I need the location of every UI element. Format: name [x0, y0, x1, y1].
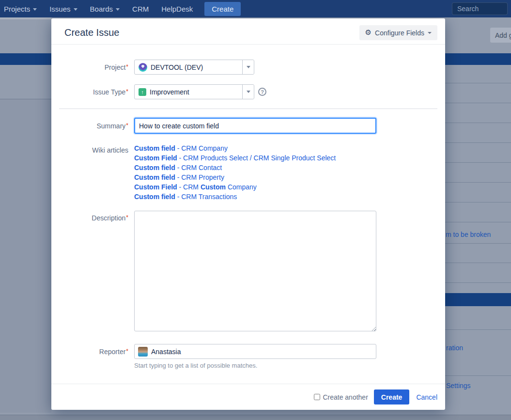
- table-row-line: [445, 103, 511, 103]
- chevron-down-icon: [247, 66, 250, 68]
- dialog-footer: Create another Create Cancel: [51, 384, 445, 410]
- create-another-checkbox[interactable]: [314, 394, 320, 400]
- page-top-strip: [0, 17, 51, 19]
- configure-fields-button[interactable]: ⚙ Configure Fields: [359, 25, 437, 40]
- chevron-down-icon: [428, 32, 432, 34]
- wiki-link-text: - CRM Property: [175, 173, 224, 181]
- reporter-input[interactable]: [151, 348, 372, 356]
- reporter-hint: Start typing to get a list of possible m…: [134, 362, 257, 369]
- background-partial-link[interactable]: ration: [446, 344, 463, 352]
- table-row-line: [445, 282, 511, 283]
- nav-item-issues[interactable]: Issues: [49, 5, 77, 13]
- project-label: Project: [58, 63, 128, 71]
- wiki-link-text: - CRM Transactions: [175, 193, 237, 201]
- nav-item-label: HelpDesk: [161, 5, 193, 13]
- help-icon[interactable]: ?: [258, 88, 266, 96]
- wiki-link-text: Company: [226, 183, 257, 191]
- dialog-title: Create Issue: [64, 27, 119, 38]
- table-row-line: [445, 329, 511, 330]
- wiki-article-link[interactable]: Custom Field - CRM Products Select / CRM…: [134, 153, 336, 163]
- create-another-option[interactable]: Create another: [314, 393, 368, 401]
- wiki-link-text: - CRM: [177, 183, 201, 191]
- table-row-line: [445, 123, 511, 123]
- project-name: DEVTOOL (DEV): [151, 63, 203, 71]
- project-dropdown-button[interactable]: [242, 60, 254, 74]
- reporter-field[interactable]: [134, 344, 376, 359]
- wiki-article-link[interactable]: Custom Field - CRM Custom Company: [134, 182, 336, 192]
- dialog-header: Create Issue ⚙ Configure Fields: [51, 18, 445, 45]
- create-button[interactable]: Create: [374, 389, 410, 404]
- table-row-line: [445, 162, 511, 163]
- chevron-down-icon: [74, 8, 77, 11]
- top-navbar: ProjectsIssuesBoardsCRMHelpDesk Create: [0, 0, 511, 17]
- table-row-line: [445, 83, 511, 83]
- wiki-link-text: - CRM Contact: [175, 164, 222, 171]
- nav-item-boards[interactable]: Boards: [90, 5, 120, 13]
- table-row-line: [445, 182, 511, 183]
- wiki-articles-label: Wiki articles: [58, 146, 128, 154]
- background-settings-link[interactable]: Settings: [446, 382, 471, 389]
- nav-item-label: Boards: [90, 5, 113, 13]
- wiki-article-link[interactable]: Custom field - CRM Property: [134, 172, 336, 182]
- wiki-link-bold-text: Custom Field: [134, 154, 177, 162]
- chevron-down-icon: [116, 8, 120, 11]
- nav-item-projects[interactable]: Projects: [4, 5, 37, 13]
- gear-icon: ⚙: [365, 29, 372, 36]
- nav-item-helpdesk[interactable]: HelpDesk: [161, 5, 193, 13]
- project-select-value: DEVTOOL (DEV): [135, 63, 242, 72]
- create-another-label: Create another: [323, 393, 368, 401]
- summary-label: Summary: [58, 122, 128, 130]
- reporter-avatar: [138, 347, 148, 357]
- table-row-line: [445, 202, 511, 202]
- add-gadget-button[interactable]: Add g: [490, 28, 511, 43]
- wiki-link-bold-text: Custom field: [134, 173, 175, 181]
- table-row-line: [445, 142, 511, 143]
- wiki-article-link[interactable]: Custom field - CRM Contact: [134, 163, 336, 172]
- nav-item-crm[interactable]: CRM: [132, 5, 149, 13]
- wiki-link-text: - CRM Company: [175, 144, 228, 152]
- table-row-line: [445, 243, 511, 244]
- description-textarea[interactable]: [134, 211, 376, 331]
- nav-item-label: Issues: [49, 5, 70, 13]
- project-select[interactable]: DEVTOOL (DEV): [134, 60, 254, 75]
- cancel-link[interactable]: Cancel: [416, 393, 437, 401]
- create-issue-dialog: Create Issue ⚙ Configure Fields Project …: [51, 18, 445, 410]
- table-row-line: [445, 263, 511, 263]
- table-row-line: [445, 375, 511, 376]
- reporter-label: Reporter: [58, 348, 128, 356]
- wiki-link-bold-text: Custom field: [134, 193, 175, 201]
- wiki-articles-list: Custom field - CRM CompanyCustom Field -…: [134, 143, 336, 202]
- background-issue-link[interactable]: m to be broken: [446, 231, 491, 238]
- summary-input[interactable]: [134, 118, 376, 134]
- issue-type-select[interactable]: ↑ Improvement: [134, 84, 254, 99]
- issue-type-dropdown-button[interactable]: [242, 85, 254, 99]
- wiki-article-link[interactable]: Custom field - CRM Company: [134, 143, 336, 153]
- wiki-link-bold-text: Custom: [201, 183, 226, 191]
- nav-item-label: CRM: [132, 5, 149, 13]
- project-avatar-icon: [139, 63, 147, 72]
- issue-type-label: Issue Type: [58, 88, 128, 96]
- section-divider: [59, 109, 437, 109]
- improvement-icon: ↑: [139, 88, 146, 96]
- wiki-link-bold-text: Custom field: [134, 164, 175, 171]
- chevron-down-icon: [33, 8, 37, 11]
- wiki-link-text: - CRM Products Select / CRM Single Produ…: [177, 154, 336, 162]
- page-left-panel: [0, 99, 51, 413]
- wiki-link-bold-text: Custom Field: [134, 183, 177, 191]
- description-label: Description: [58, 214, 128, 222]
- table-row-line: [445, 222, 511, 222]
- nav-create-button[interactable]: Create: [204, 2, 241, 16]
- page-bottom-band: [0, 415, 511, 420]
- issue-type-select-value: ↑ Improvement: [135, 88, 242, 96]
- configure-fields-label: Configure Fields: [375, 29, 424, 37]
- search-input[interactable]: [452, 2, 508, 15]
- wiki-article-link[interactable]: Custom field - CRM Transactions: [134, 192, 336, 202]
- chevron-down-icon: [247, 91, 250, 93]
- nav-menu: ProjectsIssuesBoardsCRMHelpDesk: [4, 5, 193, 13]
- issue-type-name: Improvement: [150, 88, 189, 96]
- wiki-link-bold-text: Custom field: [134, 144, 175, 152]
- nav-item-label: Projects: [4, 5, 30, 13]
